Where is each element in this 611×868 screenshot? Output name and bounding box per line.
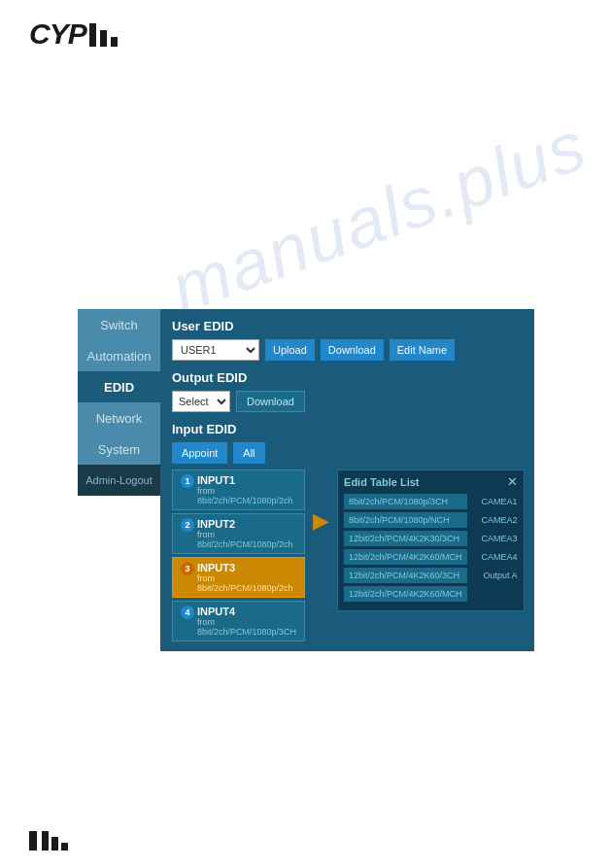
input-detail-1: 8bit/2ch/PCM/1080p/2ch xyxy=(197,496,293,505)
input-name-3: INPUT3 xyxy=(197,562,293,573)
watermark: manuals.plus .com xyxy=(160,43,611,329)
logo-text: CYP xyxy=(29,17,86,51)
edid-label-3: CAMEA3 xyxy=(471,534,518,543)
sidebar-nav: Switch Automation EDID Network System Ad… xyxy=(78,309,160,496)
edid-label-4: CAMEA4 xyxy=(471,552,518,562)
admin-logout-button[interactable]: Admin-Logout xyxy=(78,465,160,496)
upload-button[interactable]: Upload xyxy=(265,339,315,361)
input-number-1: 1 xyxy=(181,474,194,488)
content-area: User EDID USER1 USER2 USER3 USER4 Upload… xyxy=(160,309,534,651)
input-item-3[interactable]: 3 INPUT3 from 8bit/2ch/PCM/1080p/2ch xyxy=(172,557,305,598)
input-from-3: from xyxy=(197,573,293,583)
edid-entry-2[interactable]: 8bit/2ch/PCM/1080p/NCH xyxy=(344,512,467,528)
input-name-2: INPUT2 xyxy=(197,518,293,530)
edid-table-row-6: 12bit/2ch/PCM/4K2K60/MCH xyxy=(344,586,518,602)
input-item-1[interactable]: 1 INPUT1 from 8bit/2ch/PCM/1080p/2ch xyxy=(172,469,305,510)
input-detail-3: 8bit/2ch/PCM/1080p/2ch xyxy=(197,583,293,593)
footer-bar-1 xyxy=(42,831,49,851)
logo-bar-1 xyxy=(89,23,96,47)
input-detail-2: 8bit/2ch/PCM/1080p/2ch xyxy=(197,539,293,549)
edid-entry-1[interactable]: 8bit/2ch/PCM/1080p/3CH xyxy=(344,494,467,509)
edid-entry-5[interactable]: 12bit/2ch/PCM/4K2K60/3CH xyxy=(344,568,467,583)
logo-bar-3 xyxy=(111,37,118,47)
sidebar-item-automation[interactable]: Automation xyxy=(78,340,160,371)
edid-entry-3[interactable]: 12bit/2ch/PCM/4K2K30/3CH xyxy=(344,531,467,546)
edid-table-title: Edid Table List xyxy=(344,476,518,488)
edid-table-row-1: 8bit/2ch/PCM/1080p/3CH CAMEA1 xyxy=(344,494,518,509)
edid-entry-6[interactable]: 12bit/2ch/PCM/4K2K60/MCH xyxy=(344,586,467,602)
user-edid-title: User EDID xyxy=(172,319,523,333)
edid-table-close-button[interactable]: ✕ xyxy=(507,474,518,489)
edit-name-button[interactable]: Edit Name xyxy=(390,339,455,361)
user-edid-row: USER1 USER2 USER3 USER4 Upload Download … xyxy=(172,339,523,361)
edid-label-1: CAMEA1 xyxy=(471,497,518,506)
input-edid-title: Input EDID xyxy=(172,422,523,436)
output-edid-row: Select Output A Download xyxy=(172,391,523,412)
input-from-1: from xyxy=(197,486,293,496)
edid-table-row-4: 12bit/2ch/PCM/4K2K60/MCH CAMEA4 xyxy=(344,549,518,565)
edid-entry-4[interactable]: 12bit/2ch/PCM/4K2K60/MCH xyxy=(344,549,467,565)
output-edid-title: Output EDID xyxy=(172,370,523,385)
edid-table-row-2: 8bit/2ch/PCM/1080p/NCH CAMEA2 xyxy=(344,512,518,528)
input-item-4[interactable]: 4 INPUT4 from 8bit/2ch/PCM/1080p/3CH xyxy=(172,601,305,642)
input-number-2: 2 xyxy=(181,518,194,532)
footer-bar-slash xyxy=(29,831,37,851)
footer-logo xyxy=(29,831,68,851)
input-edid-header: Appoint All xyxy=(172,442,523,464)
assign-arrow: ▶ xyxy=(313,469,329,534)
edid-label-5: Output A xyxy=(471,571,518,580)
output-edid-select[interactable]: Select Output A xyxy=(172,391,230,412)
footer-bar-2 xyxy=(51,837,58,851)
footer-bar-3 xyxy=(61,843,68,851)
input-item-2[interactable]: 2 INPUT2 from 8bit/2ch/PCM/1080p/2ch xyxy=(172,513,305,554)
all-button[interactable]: All xyxy=(233,442,264,464)
header-logo: CYP xyxy=(29,17,118,51)
edid-table-row-3: 12bit/2ch/PCM/4K2K30/3CH CAMEA3 xyxy=(344,531,518,546)
input-name-1: INPUT1 xyxy=(197,474,293,486)
sidebar-item-edid[interactable]: EDID xyxy=(78,371,160,402)
sidebar-item-network[interactable]: Network xyxy=(78,402,160,434)
input-number-4: 4 xyxy=(181,606,194,619)
input-number-3: 3 xyxy=(181,562,194,575)
download-user-button[interactable]: Download xyxy=(321,339,384,361)
edid-columns: 1 INPUT1 from 8bit/2ch/PCM/1080p/2ch 2 I… xyxy=(172,469,523,642)
input-from-4: from xyxy=(197,617,296,627)
input-list: 1 INPUT1 from 8bit/2ch/PCM/1080p/2ch 2 I… xyxy=(172,469,305,642)
input-detail-4: 8bit/2ch/PCM/1080p/3CH xyxy=(197,627,296,637)
user-edid-select[interactable]: USER1 USER2 USER3 USER4 xyxy=(172,339,259,361)
edid-label-2: CAMEA2 xyxy=(471,515,518,525)
appoint-button[interactable]: Appoint xyxy=(172,442,227,464)
input-name-4: INPUT4 xyxy=(197,606,296,617)
sidebar-item-system[interactable]: System xyxy=(78,434,160,465)
logo-bar-2 xyxy=(100,30,107,47)
input-from-2: from xyxy=(197,530,293,539)
sidebar-item-switch[interactable]: Switch xyxy=(78,309,160,340)
download-output-button[interactable]: Download xyxy=(236,391,305,412)
edid-table-row-5: 12bit/2ch/PCM/4K2K60/3CH Output A xyxy=(344,568,518,583)
edid-table-container: Edid Table List ✕ 8bit/2ch/PCM/1080p/3CH… xyxy=(337,469,525,611)
